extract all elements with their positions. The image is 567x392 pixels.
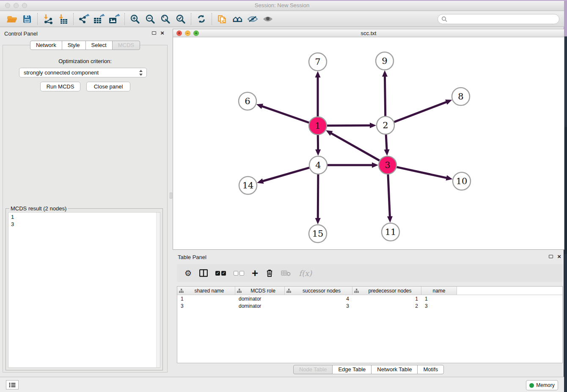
search-icon xyxy=(441,16,448,22)
delete-column-button[interactable] xyxy=(266,269,273,277)
add-column-button[interactable]: + xyxy=(252,269,258,277)
tab-edge-table[interactable]: Edge Table xyxy=(332,365,372,374)
export-image-button[interactable] xyxy=(107,12,122,26)
column-header-name[interactable]: name xyxy=(421,287,457,295)
refresh-button[interactable] xyxy=(194,12,209,26)
edge-1-2[interactable] xyxy=(327,125,370,126)
table-row[interactable]: 3dominator323 xyxy=(177,302,562,309)
toolbar-separator xyxy=(73,13,74,25)
node-label-2: 2 xyxy=(383,120,388,130)
column-header-successor-nodes[interactable]: successor nodes xyxy=(285,287,352,295)
network-canvas[interactable]: 7968124314101511 xyxy=(173,37,564,249)
tab-network-table[interactable]: Network Table xyxy=(371,365,418,374)
edge-4-14[interactable] xyxy=(263,168,309,181)
hide-selected-button[interactable] xyxy=(245,12,260,26)
titlebar: Session: New Session xyxy=(0,0,564,11)
select-stepper-icon xyxy=(138,69,144,76)
desktop-accent-line xyxy=(0,0,567,1)
unchecked-box-icon xyxy=(239,271,244,276)
column-layout-button[interactable] xyxy=(199,269,208,277)
edge-3-11[interactable] xyxy=(388,174,390,217)
hierarchy-icon xyxy=(179,289,184,293)
select-all-button[interactable]: ✓ ✓ xyxy=(215,271,226,276)
table-panel: Table Panel × ⚙ ✓ ✓ + xyxy=(173,252,564,375)
tab-style[interactable]: Style xyxy=(62,41,86,50)
zoom-in-button[interactable] xyxy=(127,12,143,26)
task-history-button[interactable] xyxy=(6,380,19,389)
close-panel-icon[interactable]: × xyxy=(160,31,164,35)
cell-shared-name[interactable]: 1 xyxy=(177,296,235,302)
show-all-networks-button[interactable]: ⌂⌂ xyxy=(230,12,245,26)
search-box[interactable] xyxy=(438,14,559,24)
panel-divider-handle[interactable] xyxy=(170,193,172,199)
edge-2-3[interactable] xyxy=(386,135,387,150)
zoom-fit-button[interactable] xyxy=(158,12,173,26)
edge-3-1[interactable] xyxy=(331,133,379,161)
close-table-panel-icon[interactable]: × xyxy=(557,254,561,259)
table-tabs: Node TableEdge TableNetwork TableMotifs xyxy=(173,365,564,374)
hierarchy-icon xyxy=(286,289,291,293)
close-panel-button[interactable]: Close panel xyxy=(86,82,130,91)
node-label-1: 1 xyxy=(315,121,320,131)
float-table-panel-icon[interactable] xyxy=(549,255,553,258)
mcds-result-fieldset: MCDS result (2 nodes) 13 xyxy=(6,208,163,370)
cell-successor-nodes[interactable]: 4 xyxy=(285,296,352,302)
mcds-result-list[interactable]: 13 xyxy=(8,212,160,368)
tab-node-table[interactable]: Node Table xyxy=(293,365,333,374)
cell-name[interactable]: 3 xyxy=(421,303,457,309)
column-label: successor nodes xyxy=(291,288,352,294)
tab-mcds[interactable]: MCDS xyxy=(112,41,140,50)
search-input[interactable] xyxy=(448,15,559,23)
network-graph[interactable]: 7968124314101511 xyxy=(173,37,564,249)
result-scrollbar[interactable] xyxy=(156,213,160,367)
status-bar: Memory xyxy=(0,377,564,392)
edge-2-8[interactable] xyxy=(394,102,447,122)
tab-network[interactable]: Network xyxy=(30,41,62,50)
column-header-shared-name[interactable]: shared name xyxy=(177,287,235,295)
import-network-button[interactable] xyxy=(40,12,55,26)
arrowhead-icon xyxy=(384,149,390,156)
open-session-button[interactable] xyxy=(4,12,19,26)
toolbar-separator xyxy=(212,13,212,25)
houses-icon: ⌂⌂ xyxy=(232,14,242,24)
column-header-mcds-role[interactable]: MCDS role xyxy=(235,287,285,295)
cell-shared-name[interactable]: 3 xyxy=(177,303,235,309)
eye-icon xyxy=(262,15,273,23)
control-panel-title: Control Panel xyxy=(4,30,38,37)
show-selected-button[interactable] xyxy=(260,12,275,26)
import-network-icon xyxy=(42,14,53,24)
edge-1-6[interactable] xyxy=(262,106,309,123)
cell-name[interactable]: 1 xyxy=(421,296,457,302)
edge-2-9[interactable] xyxy=(385,76,385,116)
edge-3-10[interactable] xyxy=(396,167,446,178)
result-line: 3 xyxy=(11,221,160,228)
cell-mcds-role[interactable]: dominator xyxy=(235,303,285,309)
table-row[interactable]: 1dominator411 xyxy=(177,295,562,302)
zoom-out-button[interactable] xyxy=(143,12,158,26)
zoom-selected-button[interactable] xyxy=(173,12,188,26)
clone-network-button[interactable] xyxy=(215,12,230,26)
table-options-button[interactable]: ⚙ xyxy=(184,268,192,278)
tab-select[interactable]: Select xyxy=(85,41,113,50)
export-table-button[interactable] xyxy=(91,12,107,26)
zoom-selected-icon xyxy=(176,14,186,24)
deselect-all-button[interactable] xyxy=(234,271,244,276)
export-network-button[interactable] xyxy=(76,12,91,26)
edge-4-15[interactable] xyxy=(318,174,318,218)
optimization-criterion-select[interactable]: strongly connected component xyxy=(19,68,147,77)
column-header-predecessor-nodes[interactable]: predecessor nodes xyxy=(352,287,421,295)
cell-predecessor-nodes[interactable]: 2 xyxy=(352,303,421,309)
tab-motifs[interactable]: Motifs xyxy=(417,365,444,374)
float-panel-icon[interactable] xyxy=(152,31,156,35)
memory-button[interactable]: Memory xyxy=(526,380,558,390)
node-label-14: 14 xyxy=(242,180,254,190)
network-window-titlebar[interactable]: × − + scc.txt xyxy=(173,29,564,37)
import-table-button[interactable] xyxy=(55,12,71,26)
run-mcds-button[interactable]: Run MCDS xyxy=(40,82,80,91)
save-session-button[interactable] xyxy=(19,12,35,26)
node-label-11: 11 xyxy=(385,227,396,237)
cell-predecessor-nodes[interactable]: 1 xyxy=(352,296,421,302)
arrowhead-icon xyxy=(315,218,321,224)
cell-mcds-role[interactable]: dominator xyxy=(235,296,285,302)
cell-successor-nodes[interactable]: 3 xyxy=(285,303,352,309)
